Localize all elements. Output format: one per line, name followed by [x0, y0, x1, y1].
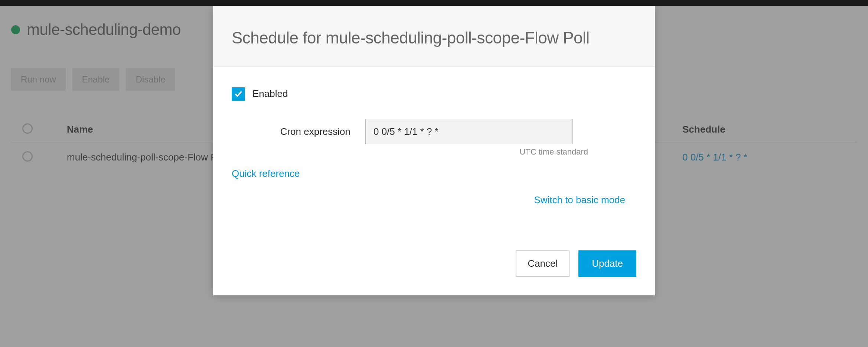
schedule-modal: Schedule for mule-scheduling-poll-scope-…	[213, 6, 655, 295]
enabled-row: Enabled	[232, 87, 636, 101]
cron-input[interactable]	[365, 119, 573, 144]
cron-hint: UTC time standard	[232, 147, 588, 157]
switch-mode-row: Switch to basic mode	[232, 194, 636, 206]
modal-header: Schedule for mule-scheduling-poll-scope-…	[213, 6, 655, 67]
modal-footer: Cancel Update	[213, 250, 655, 295]
enabled-checkbox[interactable]	[232, 87, 245, 101]
modal-overlay[interactable]: Schedule for mule-scheduling-poll-scope-…	[0, 6, 868, 347]
quick-reference-link[interactable]: Quick reference	[232, 168, 300, 179]
modal-title: Schedule for mule-scheduling-poll-scope-…	[232, 28, 636, 48]
cron-row: Cron expression	[232, 119, 636, 144]
top-bar	[0, 0, 868, 6]
check-icon	[234, 90, 242, 98]
switch-basic-link[interactable]: Switch to basic mode	[534, 194, 625, 205]
cron-label: Cron expression	[269, 126, 350, 137]
modal-body: Enabled Cron expression UTC time standar…	[213, 67, 655, 250]
update-button[interactable]: Update	[578, 250, 636, 277]
enabled-label: Enabled	[252, 88, 288, 100]
cancel-button[interactable]: Cancel	[516, 250, 570, 277]
